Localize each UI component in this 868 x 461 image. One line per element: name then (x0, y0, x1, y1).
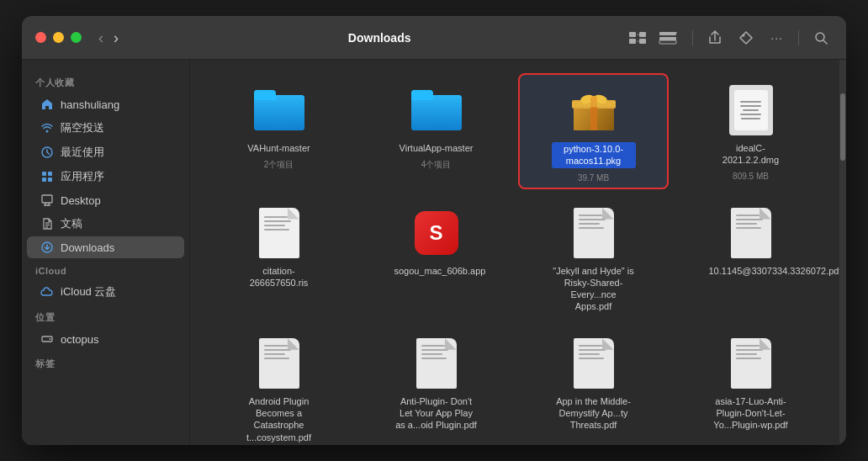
svg-point-7 (743, 34, 745, 36)
svg-rect-1 (639, 32, 646, 37)
file-name: 10.1145@3307334.3326072.pdf (709, 265, 793, 277)
more-button[interactable]: ··· (765, 28, 788, 48)
file-subtitle: 4个项目 (421, 159, 452, 171)
clock-icon (40, 146, 54, 159)
file-item-asia[interactable]: asia-17-Luo-Anti-Plugin-Don't-Let-Yo...P… (675, 326, 826, 445)
file-item-app-middle[interactable]: App in the Middle-Demystify Ap...ty Thre… (518, 326, 669, 445)
svg-rect-2 (629, 39, 636, 44)
folder-icon-virtualapp (410, 83, 463, 137)
sidebar-item-documents[interactable]: 文稿 (27, 212, 184, 236)
desktop-label: Desktop (61, 194, 101, 207)
downloads-label: Downloads (61, 241, 114, 254)
svg-line-9 (823, 40, 827, 44)
icon-view-button[interactable] (623, 28, 652, 48)
pdf-icon-4 (410, 336, 463, 390)
list-view-button[interactable] (654, 28, 682, 48)
pkg-icon (567, 83, 621, 137)
file-name-pkg: python-3.10.0-macos11.pkg (552, 142, 636, 168)
recents-label: 最近使用 (61, 145, 104, 160)
svg-point-30 (590, 96, 597, 103)
titlebar: ‹ › Downloads (22, 16, 846, 60)
octopus-label: octopus (61, 333, 99, 346)
file-name: Anti-Plugin- Don't Let Your App Play as … (394, 395, 479, 432)
file-item-anti[interactable]: Anti-Plugin- Don't Let Your App Play as … (361, 326, 511, 445)
file-item[interactable]: VAHunt-master 2个项目 (204, 73, 354, 189)
tag-button[interactable] (733, 27, 759, 49)
sidebar-item-octopus[interactable]: octopus (27, 328, 184, 350)
drive-icon (40, 332, 54, 346)
folder-icon-vahunt (252, 83, 306, 137)
documents-icon (40, 217, 54, 231)
applications-icon (40, 170, 54, 183)
icloud-label: iCloud (22, 259, 189, 279)
close-button[interactable] (35, 32, 46, 43)
file-name: VAHunt-master (247, 142, 310, 154)
dmg-icon (724, 83, 778, 137)
sidebar: 个人收藏 hanshuliang 隔空投送 (22, 60, 190, 445)
svg-rect-4 (659, 32, 676, 35)
file-item-10-1145[interactable]: 10.1145@3307334.3326072.pdf (675, 196, 826, 320)
sidebar-item-recents[interactable]: 最近使用 (27, 140, 184, 164)
file-item[interactable]: VirtualApp-master 4个项目 (361, 73, 511, 189)
pdf-icon-2 (724, 206, 778, 260)
file-item-dmg[interactable]: idealC-2021.2.2.dmg 809.5 MB (675, 73, 826, 189)
back-button[interactable]: ‹ (95, 29, 107, 47)
svg-rect-15 (48, 178, 52, 182)
airdrop-label: 隔空投送 (61, 120, 104, 135)
ris-icon (252, 206, 306, 260)
file-item-sogou[interactable]: S sogou_mac_606b.app (361, 196, 511, 320)
file-item-ris[interactable]: citation-266657650.ris (204, 196, 354, 320)
file-name: asia-17-Luo-Anti-Plugin-Don't-Let-Yo...P… (709, 395, 793, 432)
view-controls (623, 28, 682, 48)
toolbar-right: ··· (623, 27, 833, 49)
file-item-jekyll[interactable]: "Jekyll and Hyde" is Risky-Shared-Every.… (518, 196, 669, 320)
minimize-button[interactable] (53, 32, 64, 43)
file-subtitle: 809.5 MB (733, 172, 769, 181)
share-button[interactable] (703, 27, 727, 49)
nav-arrows: ‹ › (95, 29, 122, 47)
file-item-android[interactable]: Android Plugin Becomes a Catastrophe t..… (204, 326, 354, 445)
locations-label: 位置 (22, 305, 189, 327)
file-name: App in the Middle-Demystify Ap...ty Thre… (552, 395, 636, 432)
sidebar-item-airdrop[interactable]: 隔空投送 (27, 116, 184, 140)
svg-rect-16 (42, 195, 52, 203)
maximize-button[interactable] (71, 32, 82, 43)
pdf-icon-5 (567, 336, 621, 390)
content-area: VAHunt-master 2个项目 VirtualApp-master 4个项… (190, 60, 839, 445)
svg-rect-6 (659, 40, 676, 44)
tags-label: 标签 (22, 351, 189, 374)
forward-button[interactable]: › (110, 29, 122, 47)
search-button[interactable] (809, 28, 833, 48)
pdf-icon-6 (724, 336, 778, 390)
svg-rect-3 (639, 39, 646, 44)
divider (692, 30, 693, 45)
scrollbar-thumb[interactable] (840, 93, 845, 161)
cloud-icon (40, 285, 54, 299)
pdf-icon-3 (252, 336, 306, 390)
file-name: sogou_mac_606b.app (394, 265, 479, 277)
main-content: 个人收藏 hanshuliang 隔空投送 (22, 60, 846, 445)
sidebar-item-hanshuliang[interactable]: hanshuliang (27, 93, 184, 115)
scrollbar[interactable] (839, 60, 846, 445)
file-name: citation-266657650.ris (237, 265, 321, 289)
wifi-icon (40, 121, 54, 135)
svg-rect-0 (629, 32, 636, 37)
file-name: idealC-2021.2.2.dmg (709, 142, 793, 167)
pdf-icon (567, 206, 621, 260)
sidebar-item-applications[interactable]: 应用程序 (27, 165, 184, 188)
sidebar-item-downloads[interactable]: Downloads (27, 236, 184, 258)
sidebar-item-icloud[interactable]: iCloud 云盘 (27, 280, 184, 304)
divider2 (798, 30, 799, 45)
documents-label: 文稿 (61, 216, 82, 231)
window-title: Downloads (135, 31, 623, 45)
files-grid: VAHunt-master 2个项目 VirtualApp-master 4个项… (204, 73, 826, 445)
home-icon (40, 98, 54, 111)
finder-window: ‹ › Downloads (22, 16, 846, 445)
svg-rect-14 (42, 178, 46, 182)
sidebar-item-desktop[interactable]: Desktop (27, 189, 184, 211)
desktop-icon (40, 193, 54, 207)
file-item-pkg[interactable]: python-3.10.0-macos11.pkg 39.7 MB (518, 73, 669, 189)
file-subtitle-pkg: 39.7 MB (578, 173, 609, 183)
file-subtitle: 2个项目 (264, 159, 294, 171)
svg-point-22 (50, 338, 51, 340)
